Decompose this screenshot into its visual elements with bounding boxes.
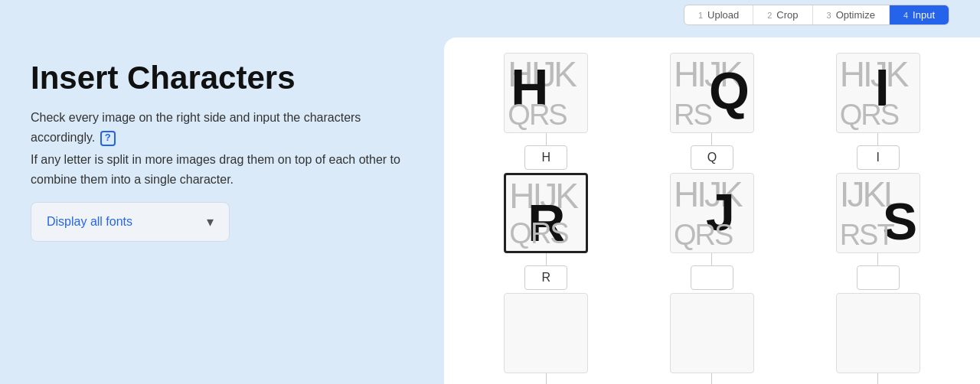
top-bar: 1 Upload 2 Crop 3 Optimize 4 Input: [0, 0, 980, 30]
display-fonts-button[interactable]: Display all fonts ▾: [31, 202, 230, 242]
step-num-2: 2: [767, 11, 772, 20]
char-image-card-7[interactable]: [504, 293, 588, 373]
char-cell-card-3: HIJKIQRS: [799, 53, 957, 170]
char-input-card-1[interactable]: [524, 145, 567, 170]
char-bg-bottom: QRS: [509, 219, 567, 248]
char-cell-card-1: HIJKHQRS: [467, 53, 626, 170]
char-image-card-4[interactable]: HIJKRQRS: [504, 173, 588, 253]
char-input-card-2[interactable]: [691, 145, 733, 170]
char-bg-bottom: RST: [840, 220, 893, 249]
desc-line2: If any letter is split in more images dr…: [31, 150, 413, 189]
step-upload[interactable]: 1 Upload: [684, 5, 753, 24]
char-bg-top: HIJK: [840, 57, 907, 92]
desc-line1: Check every image on the right side and …: [31, 108, 413, 147]
char-bg-bottom: RS: [674, 100, 711, 129]
step-num-4: 4: [903, 11, 908, 20]
char-input-card-3[interactable]: [857, 145, 900, 170]
connector-card-4: [546, 253, 547, 265]
display-fonts-label: Display all fonts: [47, 215, 132, 229]
step-optimize[interactable]: 3 Optimize: [813, 5, 890, 24]
char-main-card-2: Q: [709, 64, 750, 116]
step-crop[interactable]: 2 Crop: [753, 5, 812, 24]
char-bg-bottom: QRS: [840, 100, 898, 129]
char-cell-card-7: [467, 293, 626, 384]
char-image-card-9[interactable]: [836, 293, 920, 373]
connector-card-7: [546, 373, 547, 384]
connector-card-3: [877, 133, 878, 145]
char-cell-card-8: [633, 293, 792, 384]
left-panel: Insert Characters Check every image on t…: [0, 30, 444, 384]
char-input-card-6[interactable]: [857, 265, 900, 290]
char-image-card-3[interactable]: HIJKIQRS: [836, 53, 920, 133]
step-num-1: 1: [698, 11, 703, 20]
char-image-card-1[interactable]: HIJKHQRS: [504, 53, 588, 133]
connector-card-1: [546, 133, 547, 145]
connector-card-6: [877, 253, 878, 265]
step-input[interactable]: 4 Input: [890, 5, 949, 24]
step-label-upload: Upload: [707, 9, 739, 21]
char-bg-bottom: QRS: [674, 220, 732, 249]
char-cell-card-6: IJKLSRST: [799, 173, 957, 290]
step-label-crop: Crop: [776, 9, 798, 21]
char-cell-card-5: HIJKJQRS: [633, 173, 792, 290]
step-num-3: 3: [827, 11, 831, 20]
char-input-card-5[interactable]: [691, 265, 733, 290]
char-bg-bottom: QRS: [508, 100, 566, 129]
connector-card-2: [711, 133, 712, 145]
connector-card-5: [711, 253, 712, 265]
char-image-card-2[interactable]: HIJKQRS: [670, 53, 754, 133]
main-content: Insert Characters Check every image on t…: [0, 30, 980, 384]
page-title: Insert Characters: [31, 60, 413, 96]
char-image-card-6[interactable]: IJKLSRST: [836, 173, 920, 253]
description-block: Check every image on the right side and …: [31, 108, 413, 189]
connector-card-8: [711, 373, 712, 384]
chevron-down-icon: ▾: [207, 213, 214, 230]
char-cell-card-2: HIJKQRS: [633, 53, 792, 170]
char-input-card-4[interactable]: [524, 265, 567, 290]
char-image-card-8[interactable]: [670, 293, 754, 373]
step-bar: 1 Upload 2 Crop 3 Optimize 4 Input: [684, 5, 949, 25]
char-grid: HIJKHQRSHIJKQRSHIJKIQRSHIJKRQRSHIJKJQRSI…: [467, 53, 957, 384]
char-image-card-5[interactable]: HIJKJQRS: [670, 173, 754, 253]
help-icon[interactable]: ?: [100, 131, 116, 146]
char-cell-card-9: [799, 293, 957, 384]
connector-card-9: [877, 373, 878, 384]
char-cell-card-4: HIJKRQRS: [467, 173, 626, 290]
right-panel: HIJKHQRSHIJKQRSHIJKIQRSHIJKRQRSHIJKJQRSI…: [444, 37, 980, 384]
step-label-optimize: Optimize: [836, 9, 875, 21]
step-label-input: Input: [913, 9, 935, 21]
